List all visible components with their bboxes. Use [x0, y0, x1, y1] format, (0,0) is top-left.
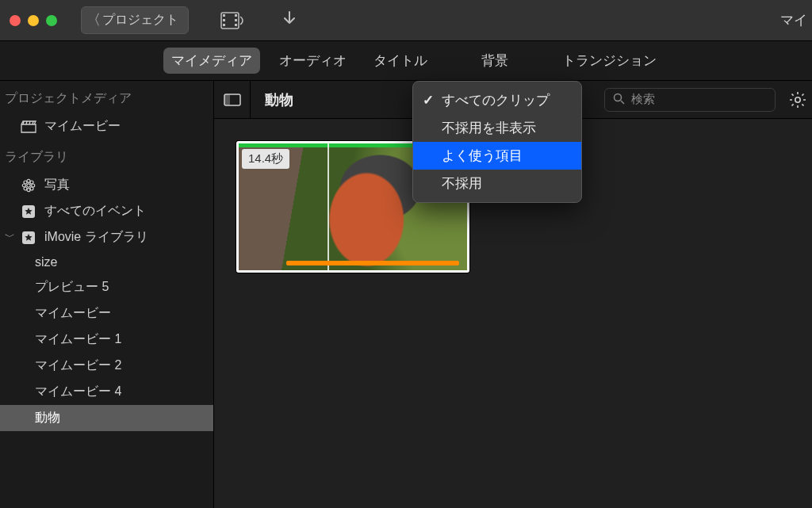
svg-point-14	[24, 187, 27, 190]
window-controls	[10, 15, 57, 26]
search-field[interactable]: 検索	[604, 88, 776, 112]
dropdown-item-label: 不採用を非表示	[442, 119, 536, 137]
settings-gear-button[interactable]	[783, 91, 812, 109]
svg-point-12	[24, 181, 27, 184]
search-placeholder: 検索	[631, 92, 655, 107]
tab-my-media[interactable]: マイメディア	[163, 48, 260, 74]
svg-point-21	[795, 97, 800, 101]
star-icon	[21, 204, 36, 219]
clip-filter-dropdown: ✓ すべてのクリップ 不採用を非表示 よく使う項目 不採用	[412, 81, 582, 203]
chevron-left-icon: 〈	[86, 10, 101, 29]
clapperboard-icon	[21, 120, 36, 133]
sidebar-item-label: 写真	[44, 177, 70, 193]
media-filmstrip-icon[interactable]	[220, 12, 244, 29]
chevron-down-icon[interactable]: ﹀	[5, 230, 15, 244]
toggle-sidebar-button[interactable]	[214, 81, 251, 118]
projects-back-button[interactable]: 〈 プロジェクト	[81, 6, 189, 34]
svg-point-20	[615, 94, 622, 101]
dropdown-item-label: すべてのクリップ	[442, 91, 550, 109]
dropdown-item-label: よく使う項目	[442, 147, 523, 165]
svg-point-7	[27, 183, 30, 186]
filter-option-all-clips[interactable]: ✓ すべてのクリップ	[413, 86, 581, 114]
svg-rect-1	[223, 14, 225, 17]
media-tabbar: マイメディア オーディオ タイトル 背景 トランジション	[0, 41, 812, 81]
svg-rect-2	[223, 19, 225, 21]
titlebar: 〈 プロジェクト マイ	[0, 0, 812, 41]
svg-rect-3	[223, 24, 225, 26]
sidebar-item-label: マイムービー 1	[35, 331, 121, 348]
svg-rect-6	[235, 24, 237, 26]
sidebar-event-animals[interactable]: 動物	[0, 405, 213, 431]
svg-point-8	[27, 179, 30, 182]
sidebar-item-all-events[interactable]: すべてのイベント	[0, 198, 213, 224]
svg-point-10	[22, 184, 25, 187]
sidebar-event-mymovie1[interactable]: マイムービー 1	[0, 327, 213, 353]
tab-audio[interactable]: オーディオ	[271, 48, 354, 74]
sidebar-event-size[interactable]: size	[0, 250, 213, 274]
sidebar-item-label: マイムービー	[44, 118, 121, 135]
sidebar-section-project-media: プロジェクトメディア	[0, 81, 213, 113]
tab-titles[interactable]: タイトル	[366, 48, 435, 74]
svg-point-9	[27, 188, 30, 191]
sidebar-item-label: マイムービー	[35, 305, 111, 322]
sidebar-event-preview5[interactable]: プレビュー 5	[0, 274, 213, 300]
sidebar-item-label: マイムービー 2	[35, 357, 121, 374]
svg-rect-4	[235, 14, 237, 17]
import-download-icon[interactable]	[282, 10, 297, 31]
dropdown-item-label: 不採用	[442, 174, 482, 193]
sidebar: プロジェクトメディア マイムービー ライブラリ 写真 すべてのイベント ﹀	[0, 81, 213, 508]
sidebar-item-label: iMovie ライブラリ	[44, 229, 148, 246]
sidebar-item-label: マイムービー 4	[35, 384, 121, 400]
minimize-window-button[interactable]	[28, 15, 39, 26]
sidebar-item-my-movie[interactable]: マイムービー	[0, 113, 213, 139]
zoom-window-button[interactable]	[46, 15, 57, 26]
svg-point-13	[30, 181, 33, 184]
sidebar-section-libraries: ライブラリ	[0, 139, 213, 172]
filter-option-favorites[interactable]: よく使う項目	[413, 142, 581, 170]
filter-option-rejected[interactable]: 不採用	[413, 170, 581, 197]
flower-icon	[21, 178, 36, 193]
sidebar-event-mymovie2[interactable]: マイムービー 2	[0, 353, 213, 379]
search-icon	[613, 93, 625, 107]
tab-backgrounds[interactable]: 背景	[473, 48, 516, 74]
browser-title: 動物	[251, 90, 308, 109]
svg-rect-19	[224, 94, 230, 105]
clip-duration-badge: 14.4秒	[242, 149, 289, 169]
svg-rect-5	[235, 19, 237, 21]
sidebar-event-mymovie4[interactable]: マイムービー 4	[0, 379, 213, 405]
projects-back-label: プロジェクト	[102, 12, 178, 29]
sidebar-item-imovie-library[interactable]: ﹀ iMovie ライブラリ	[0, 224, 213, 250]
sidebar-event-mymovie[interactable]: マイムービー	[0, 300, 213, 327]
svg-point-11	[32, 184, 35, 187]
checkmark-icon: ✓	[421, 92, 435, 109]
sidebar-item-label: すべてのイベント	[44, 203, 146, 220]
clip-used-range-bar	[286, 261, 459, 265]
title-right-truncated: マイ	[780, 11, 807, 29]
sidebar-item-label: size	[35, 255, 57, 269]
clip-playhead[interactable]	[327, 143, 329, 270]
sidebar-item-label: プレビュー 5	[35, 279, 109, 296]
main-area: プロジェクトメディア マイムービー ライブラリ 写真 すべてのイベント ﹀	[0, 81, 812, 508]
close-window-button[interactable]	[10, 15, 21, 26]
star-icon	[21, 231, 36, 245]
sidebar-item-photos[interactable]: 写真	[0, 172, 213, 198]
tab-transitions[interactable]: トランジション	[554, 48, 665, 74]
sidebar-item-label: 動物	[35, 410, 60, 426]
svg-point-15	[30, 187, 33, 190]
filter-option-hide-rejected[interactable]: 不採用を非表示	[413, 114, 581, 142]
